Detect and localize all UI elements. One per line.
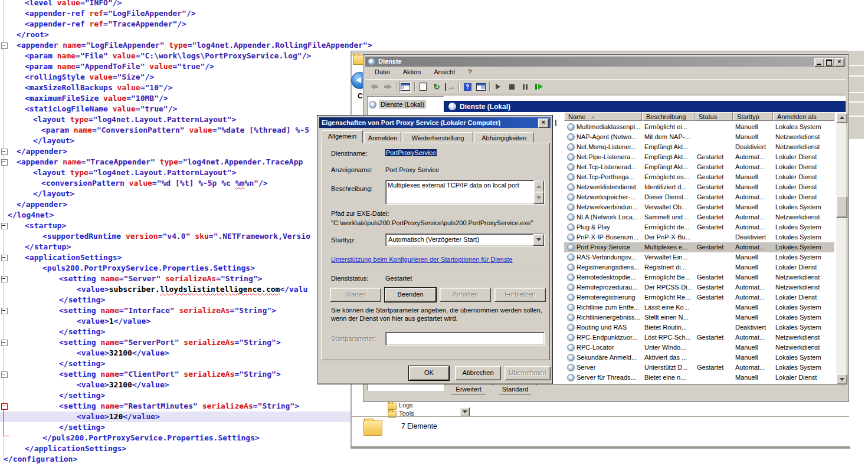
fold-marker-changed[interactable] bbox=[1, 403, 8, 410]
service-row[interactable]: Multimediaklassenpl...Ermöglicht ei...Ma… bbox=[564, 122, 834, 132]
service-row[interactable]: PnP-X-IP-Busenum...Der PnP-X-Bu...Deakti… bbox=[564, 232, 834, 242]
fold-marker[interactable] bbox=[1, 223, 8, 229]
back-icon[interactable] bbox=[369, 81, 379, 92]
service-starttype: Manuell bbox=[735, 374, 758, 381]
menu-item-?[interactable]: ? bbox=[464, 67, 475, 79]
service-row[interactable]: RPC-LocatorUnter Windo...ManuellNetzwerk… bbox=[564, 343, 834, 353]
menu-item-aktion[interactable]: Aktion bbox=[399, 67, 425, 79]
menu-item-datei[interactable]: Datei bbox=[371, 67, 394, 79]
minimize-button[interactable] bbox=[814, 58, 824, 67]
menu-item-ansicht[interactable]: Ansicht bbox=[430, 67, 458, 79]
scroll-down-button[interactable] bbox=[533, 192, 544, 204]
service-row[interactable]: Plug & PlayErmöglicht de...GestartetAuto… bbox=[564, 222, 834, 232]
folder-icon[interactable] bbox=[388, 411, 397, 418]
folder-icon[interactable] bbox=[388, 403, 397, 410]
services-list-scrollbar[interactable] bbox=[836, 113, 846, 383]
close-button[interactable]: × bbox=[834, 58, 844, 67]
service-row[interactable]: NLA (Network Loca...Sammelt und ...Gesta… bbox=[564, 212, 834, 222]
service-row[interactable]: Net.Msmq-Listener...Empfängt Akt...Deakt… bbox=[564, 142, 834, 152]
fold-marker[interactable] bbox=[1, 371, 8, 378]
service-row[interactable]: Routing und RASBietet Routin...Deaktivie… bbox=[564, 323, 834, 333]
ok-button[interactable]: OK bbox=[409, 366, 449, 380]
service-row[interactable]: NetzwerklistendienstIdentifiziert d...Ge… bbox=[564, 182, 834, 192]
tab-allgemein[interactable]: Allgemein bbox=[322, 130, 363, 143]
service-row[interactable]: Server für Threads...Bietet eine n...Man… bbox=[564, 373, 834, 383]
startparameter-input[interactable] bbox=[385, 332, 545, 345]
tree-item-dienste-lokal[interactable]: Dienste (Lokal) bbox=[369, 100, 426, 109]
combo-dropdown-button[interactable] bbox=[533, 234, 544, 246]
service-row[interactable]: RemoteregistrierungErmöglicht Re...Gesta… bbox=[564, 292, 834, 302]
fold-marker[interactable] bbox=[1, 149, 8, 155]
service-name: Remoteprozedurau... bbox=[577, 284, 643, 291]
forward-icon[interactable] bbox=[382, 81, 393, 92]
service-row[interactable]: Richtlinie zum Entfe...Lässt eine Ko...M… bbox=[564, 302, 834, 312]
startoptions-help-link[interactable]: Unterstützung beim Konfigurieren der Sta… bbox=[331, 256, 513, 263]
scroll-thumb[interactable] bbox=[836, 196, 847, 218]
stop-service-icon[interactable] bbox=[506, 81, 517, 92]
column-header-status[interactable]: Status bbox=[695, 112, 733, 121]
code-line: <appender name="LogFileAppender" type="l… bbox=[0, 40, 366, 51]
service-row[interactable]: RPC-Endpunktzuor...Löst RPC-Sch...Gestar… bbox=[564, 333, 834, 343]
code-line: </configuration> bbox=[0, 454, 366, 464]
service-row[interactable]: Sekundäre Anmeld...Aktiviert das ...Manu… bbox=[564, 353, 834, 363]
fold-marker[interactable] bbox=[1, 42, 8, 49]
scroll-up-button[interactable] bbox=[533, 180, 544, 193]
export-list-icon[interactable]: → bbox=[445, 81, 456, 92]
service-row[interactable]: Registrierungsdiens...Registriert di...M… bbox=[564, 262, 834, 272]
fold-marker[interactable] bbox=[1, 276, 8, 282]
service-logon-as: Lokaler Dienst bbox=[775, 163, 817, 170]
show-console-tree-icon[interactable] bbox=[399, 81, 411, 93]
service-row[interactable]: RAS-Verbindungsv...Verwaltet Ein...Manue… bbox=[564, 252, 834, 262]
service-row[interactable]: Remoteprozedurau...Der RPCSS-Di...Gestar… bbox=[564, 282, 834, 292]
column-header-name[interactable]: Name bbox=[564, 112, 642, 121]
scroll-down-button[interactable] bbox=[836, 374, 847, 384]
services-titlebar[interactable]: Dienste × bbox=[365, 57, 846, 67]
tab-anmelden[interactable]: Anmelden bbox=[364, 132, 402, 143]
refresh-icon[interactable]: ↻ bbox=[431, 81, 442, 92]
combo-dropdown-button[interactable] bbox=[460, 407, 470, 417]
properties-icon[interactable] bbox=[418, 81, 428, 92]
service-logon-as: Lokales System bbox=[775, 364, 821, 371]
fold-marker[interactable] bbox=[1, 159, 8, 166]
service-row[interactable]: Net.Tcp-Portfreiga...Ermöglicht es...Ges… bbox=[564, 172, 834, 182]
column-header-anmeldenals[interactable]: Anmelden als bbox=[773, 112, 834, 121]
dienstname-value[interactable]: PortProxyService bbox=[385, 149, 437, 156]
service-row[interactable]: NAP-Agent (Netwo...Mit dem NAP-...Manuel… bbox=[564, 132, 834, 142]
fold-marker[interactable] bbox=[1, 308, 8, 314]
service-row[interactable]: Netzwerkspeicher-...Dieser Dienst...Gest… bbox=[564, 192, 834, 202]
tab-erweitert[interactable]: Erweitert bbox=[445, 384, 492, 394]
fold-marker[interactable] bbox=[1, 340, 8, 346]
service-logon-as: Lokales System bbox=[775, 324, 821, 331]
starttyp-combobox[interactable]: Automatisch (Verzögerter Start) bbox=[385, 233, 545, 246]
dialog-titlebar[interactable]: Eigenschaften von Port Proxy Service (Lo… bbox=[319, 117, 551, 128]
fold-marker[interactable] bbox=[1, 255, 8, 261]
tab-abhngigkeiten[interactable]: Abhängigkeiten bbox=[474, 132, 534, 143]
folder-label[interactable]: Logs bbox=[399, 402, 413, 409]
scroll-up-button[interactable] bbox=[836, 113, 847, 123]
maximize-button[interactable] bbox=[824, 58, 834, 67]
service-row[interactable]: Port Proxy ServiceMultiplexes e...Gestar… bbox=[564, 242, 834, 252]
column-header-starttyp[interactable]: Starttyp bbox=[733, 112, 773, 121]
service-row[interactable]: Remotedesktopdie...Ermöglicht Be...Gesta… bbox=[564, 272, 834, 282]
dialog-close-button[interactable]: × bbox=[538, 119, 549, 128]
service-starttype: Automat... bbox=[735, 243, 765, 251]
service-row[interactable]: Net.Tcp-Listenerad...Empfängt Akt...Gest… bbox=[564, 162, 834, 172]
beenden-button[interactable]: Beenden bbox=[385, 288, 436, 302]
help-icon[interactable]: ? bbox=[462, 81, 473, 92]
service-gear-icon bbox=[567, 344, 575, 351]
column-header-beschreibung[interactable]: Beschreibung bbox=[642, 112, 695, 121]
service-row[interactable]: Netzwerkverbindun...Verwaltet Ob...Gesta… bbox=[564, 202, 834, 212]
tab-wiederherstellung[interactable]: Wiederherstellung bbox=[402, 132, 473, 143]
extended-view-icon[interactable] bbox=[476, 81, 486, 92]
service-row[interactable]: Net.Pipe-Listenera...Empfängt Akt...Gest… bbox=[564, 152, 834, 162]
beschreibung-textbox[interactable]: Multiplexes external TCP/IP data on loca… bbox=[385, 180, 545, 205]
pause-service-icon[interactable] bbox=[520, 81, 530, 92]
start-service-icon[interactable] bbox=[493, 81, 503, 92]
service-gear-icon bbox=[567, 374, 575, 381]
service-row[interactable]: Richtlinienergebniss...Stellt einen N...… bbox=[564, 312, 834, 323]
restart-service-icon[interactable] bbox=[533, 81, 544, 92]
service-row[interactable]: ServerUnterstützt D...GestartetAutomat..… bbox=[564, 363, 834, 373]
tab-standard[interactable]: Standard bbox=[493, 384, 537, 394]
abbrechen-button[interactable]: Abbrechen bbox=[455, 366, 501, 380]
service-description: Sammelt und ... bbox=[644, 213, 695, 221]
